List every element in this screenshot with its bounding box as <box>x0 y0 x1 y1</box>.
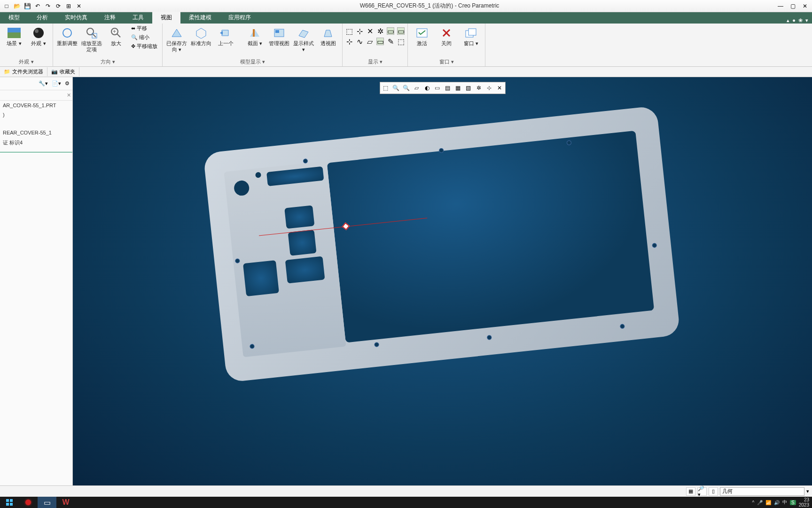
clear-search-icon[interactable]: ✕ <box>67 92 71 98</box>
appearance-label: 外观 ▾ <box>31 40 46 47</box>
activate-label: 激活 <box>417 40 427 47</box>
vt-zoom-in-icon[interactable]: 🔍 <box>391 83 401 93</box>
taskbar-app-1[interactable]: ▭ <box>38 497 56 508</box>
activate-icon <box>414 25 429 40</box>
favorites-tab[interactable]: 📷 收藏夹 <box>47 67 79 76</box>
tree-model-item[interactable]: REAR_COVER-55_1 <box>0 128 72 137</box>
zoom-in-button[interactable]: + 放大 <box>105 24 127 48</box>
close-model-button[interactable]: ✕ <box>74 1 84 11</box>
windows-button[interactable]: ⊞ <box>64 1 73 11</box>
graphics-viewport[interactable]: ⬚ 🔍 🔍 ▱ ◐ ▭ ▤ ▦ ▧ ✲ ⊹ ✕ <box>73 77 812 485</box>
folder-browser-tab[interactable]: 📁 文件夹浏览器 <box>0 67 47 76</box>
zoom-out-button[interactable]: 🔍 缩小 <box>129 33 159 41</box>
vt-axis-icon[interactable]: ⊹ <box>484 83 494 93</box>
start-button[interactable] <box>0 497 19 508</box>
status-selection-icon[interactable]: ▯ <box>709 487 718 496</box>
tree-paren-item[interactable]: ) <box>0 110 72 119</box>
viewport-toolbar: ⬚ 🔍 🔍 ▱ ◐ ▭ ▤ ▦ ▧ ✲ ⊹ ✕ <box>380 82 506 94</box>
activate-button[interactable]: 激活 <box>411 24 433 48</box>
zoom-selected-button[interactable]: 缩放至选定项 <box>80 24 103 54</box>
manage-views-button[interactable]: 管理视图 <box>268 24 290 48</box>
help-icon[interactable]: ▾ <box>805 17 808 24</box>
maximize-button[interactable]: ▢ <box>789 2 797 10</box>
pan-zoom-button[interactable]: ✥ 平移缩放 <box>129 42 159 50</box>
vt-repaint-icon[interactable]: ▱ <box>412 83 422 93</box>
curve-display-icon[interactable]: ∿ <box>356 38 363 45</box>
settings-icon[interactable]: ❀ <box>798 17 803 24</box>
scene-button[interactable]: 场景 ▾ <box>3 24 25 48</box>
tree-settings-icon[interactable]: ⚙ <box>65 80 70 87</box>
dim-icon[interactable]: ▭ <box>376 38 384 45</box>
tray-sogou-icon[interactable]: S <box>790 500 796 505</box>
csys-icon[interactable]: ✲ <box>376 27 384 35</box>
filter-dropdown-icon[interactable]: ▾ <box>806 488 809 494</box>
help-center-icon[interactable]: ● <box>792 17 796 24</box>
tab-live-sim[interactable]: 实时仿真 <box>56 12 96 24</box>
tray-time[interactable]: 23 <box>799 497 809 502</box>
pan-button[interactable]: ⬌ 平移 <box>129 24 159 32</box>
tree-display-icon[interactable]: 📄▾ <box>52 80 61 87</box>
record-icon <box>25 500 31 505</box>
close-window-button[interactable]: ✕ <box>801 2 809 10</box>
display-style-button[interactable]: 显示样式 ▾ <box>292 24 315 54</box>
vt-shade-icon[interactable]: ◐ <box>422 83 432 93</box>
tab-tools[interactable]: 工具 <box>124 12 152 24</box>
section-button[interactable]: 截面 ▾ <box>243 24 266 48</box>
tab-analysis[interactable]: 分析 <box>28 12 56 24</box>
axis-display-icon[interactable]: ⊹ <box>345 38 353 45</box>
standard-orientation-button[interactable]: 标准方向 <box>190 24 212 48</box>
tree-search-input[interactable] <box>2 93 67 98</box>
recording-indicator[interactable] <box>19 497 38 508</box>
vt-saved-view-icon[interactable]: ▦ <box>453 83 463 93</box>
title-bar: □ 📂 💾 ↶ ↷ ⟳ ⊞ ✕ W666_REAR_COVER-55_1 (活动… <box>0 0 812 12</box>
datum-point-icon[interactable]: ✕ <box>366 27 374 35</box>
saved-orientation-button[interactable]: 已保存方向 ▾ <box>165 24 188 54</box>
tray-network-icon[interactable]: 📶 <box>765 500 771 505</box>
perspective-button[interactable]: 透视图 <box>317 24 339 48</box>
selection-filter-input[interactable] <box>720 487 804 496</box>
sketch-icon[interactable]: ▱ <box>366 38 374 45</box>
tree-filter-icon[interactable]: 🔧▾ <box>39 80 48 87</box>
redo-button[interactable]: ↷ <box>43 1 53 11</box>
collapse-ribbon-icon[interactable]: ▴ <box>787 17 789 24</box>
tray-mic-icon[interactable]: 🎤 <box>757 500 763 505</box>
tray-ime-indicator[interactable]: 中 <box>782 499 787 506</box>
vt-point-icon[interactable]: ✕ <box>495 83 504 93</box>
taskbar-wps[interactable]: W <box>56 497 75 508</box>
new-file-button[interactable]: □ <box>2 1 11 11</box>
vt-hidden-icon[interactable]: ▤ <box>443 83 453 93</box>
regenerate-button[interactable]: ⟳ <box>54 1 63 11</box>
tray-volume-icon[interactable]: 🔊 <box>774 500 780 505</box>
status-find-icon[interactable]: 🔎▾ <box>697 487 707 496</box>
tolerance-icon[interactable]: ▭ <box>397 27 405 35</box>
open-file-button[interactable]: 📂 <box>12 1 22 11</box>
vt-wire-icon[interactable]: ▭ <box>433 83 442 93</box>
vt-layer-icon[interactable]: ▧ <box>464 83 473 93</box>
vt-zoom-out-icon[interactable]: 🔍 <box>402 83 411 93</box>
status-grid-icon[interactable]: ▦ <box>686 487 695 496</box>
minimize-button[interactable]: — <box>776 2 785 10</box>
previous-view-button[interactable]: 上一个 <box>214 24 237 48</box>
vt-refit-icon[interactable]: ⬚ <box>381 83 390 93</box>
annotation-icon[interactable]: ▭ <box>387 27 394 35</box>
close-window-ribbon-button[interactable]: 关闭 <box>435 24 458 48</box>
datum-axis-icon[interactable]: ⊹ <box>356 27 363 35</box>
tab-annotate[interactable]: 注释 <box>96 12 124 24</box>
tab-model[interactable]: 模型 <box>0 12 28 24</box>
tab-apps[interactable]: 应用程序 <box>220 12 259 24</box>
save-button[interactable]: 💾 <box>23 1 32 11</box>
tab-view[interactable]: 视图 <box>152 12 180 24</box>
appearance-button[interactable]: 外观 ▾ <box>27 24 50 48</box>
welding-icon[interactable]: ⬚ <box>397 38 405 45</box>
tree-insert-marker[interactable] <box>0 152 72 152</box>
windows-menu-button[interactable]: 窗口 ▾ <box>460 24 482 48</box>
tree-feature-item[interactable]: 证 标识4 <box>0 137 72 148</box>
datum-plane-icon[interactable]: ⬚ <box>345 27 353 35</box>
vt-csys-icon[interactable]: ✲ <box>474 83 484 93</box>
tree-file-item[interactable]: AR_COVER-55_1.PRT <box>0 101 72 110</box>
surface-finish-icon[interactable]: ✎ <box>387 38 394 45</box>
undo-button[interactable]: ↶ <box>33 1 42 11</box>
tab-flex[interactable]: 柔性建模 <box>180 12 220 24</box>
tray-chevron-icon[interactable]: ^ <box>752 500 754 505</box>
refit-button[interactable]: 重新调整 <box>56 24 78 48</box>
